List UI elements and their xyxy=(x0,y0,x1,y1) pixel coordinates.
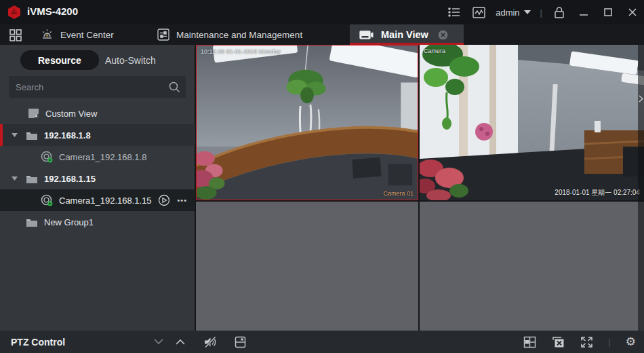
task-list-icon[interactable] xyxy=(447,5,462,20)
osd-timestamp: 2018-01-01 星期一 02:27:04 xyxy=(555,188,640,198)
tab-label: Maintenance and Management xyxy=(176,30,302,40)
folder-icon xyxy=(26,129,38,141)
maximize-button[interactable] xyxy=(601,5,616,20)
tree-item-camera1-192-168-1-15[interactable]: Camera1_192.168.1.15 ••• xyxy=(0,189,195,211)
resource-sidebar: Resource Auto-Switch Custom View xyxy=(0,45,195,331)
search-input[interactable] xyxy=(9,82,168,92)
close-button[interactable] xyxy=(625,5,640,20)
dome-camera-icon xyxy=(41,151,53,163)
main-view-icon xyxy=(359,29,374,41)
fullscreen-icon[interactable] xyxy=(580,335,593,349)
osd-camera-name: Camera xyxy=(424,48,445,54)
camera-feed-1 xyxy=(197,45,418,200)
ptz-control-bar: PTZ Control xyxy=(0,331,195,353)
chevron-right-icon xyxy=(639,95,643,103)
monitor-preview-icon[interactable] xyxy=(471,5,486,20)
app-title: iVMS-4200 xyxy=(27,5,78,17)
camera-feed-2 xyxy=(420,45,644,200)
play-live-view-icon[interactable] xyxy=(158,194,170,206)
tree-item-label: New Group1 xyxy=(44,217,94,227)
tree-item-group-192-168-1-8[interactable]: 192.168.1.8 xyxy=(0,124,195,146)
lock-icon[interactable] xyxy=(552,5,567,20)
tree-item-new-group1[interactable]: New Group1 xyxy=(0,211,195,233)
video-grid: 10:12:46 01-01-2018 Monday Camera 01 xyxy=(195,45,644,331)
nav-tab-bar: Event Center Maintenance and Management xyxy=(0,24,644,45)
selected-indicator xyxy=(0,124,3,146)
custom-view-icon xyxy=(27,107,39,119)
folder-icon xyxy=(26,172,38,185)
more-options-icon[interactable]: ••• xyxy=(177,196,187,204)
liveview-toolbar: | ⚙ xyxy=(195,331,644,353)
video-tile-3-empty[interactable] xyxy=(196,202,418,331)
caret-down-icon[interactable] xyxy=(11,175,18,182)
settings-gear-icon[interactable]: ⚙ xyxy=(626,335,636,349)
tab-maintenance[interactable]: Maintenance and Management xyxy=(148,24,312,45)
window-division-icon[interactable] xyxy=(523,335,536,349)
close-all-windows-icon[interactable] xyxy=(551,335,565,349)
record-save-icon[interactable] xyxy=(233,335,247,349)
video-tile-1[interactable]: 10:12:46 01-01-2018 Monday Camera 01 xyxy=(196,45,418,200)
resource-tab-label: Resource xyxy=(38,55,81,66)
tab-main-view[interactable]: Main View xyxy=(350,24,464,45)
tab-label: Main View xyxy=(381,29,428,40)
alarm-beacon-icon xyxy=(41,29,54,41)
tree-item-custom-view[interactable]: Custom View xyxy=(0,103,195,124)
chevron-down-icon xyxy=(524,10,531,14)
app-logo-icon xyxy=(7,5,22,20)
tab-close-icon[interactable] xyxy=(438,30,448,40)
osd-timestamp: 10:12:46 01-01-2018 Monday xyxy=(201,48,281,55)
mute-audio-icon[interactable] xyxy=(203,335,217,349)
ptz-control-label: PTZ Control xyxy=(11,337,65,348)
tree-item-label: Custom View xyxy=(45,109,97,119)
search-box xyxy=(9,76,186,98)
tab-event-center[interactable]: Event Center xyxy=(31,24,123,45)
tree-item-label: 192.168.1.15 xyxy=(44,174,96,184)
folder-icon xyxy=(26,216,38,228)
titlebar-divider: | xyxy=(540,7,542,18)
sliders-icon xyxy=(157,29,169,41)
ivms-window: iVMS-4200 admin | xyxy=(0,0,644,353)
tab-label: Event Center xyxy=(60,30,114,40)
auto-switch-tab-label: Auto-Switch xyxy=(105,55,156,66)
chevron-down-icon[interactable] xyxy=(153,337,164,348)
sidebar-tab-auto-switch[interactable]: Auto-Switch xyxy=(105,55,156,66)
panel-collapse-handle[interactable] xyxy=(638,45,644,331)
sidebar-tab-resource[interactable]: Resource xyxy=(20,50,99,70)
video-tile-4-empty[interactable] xyxy=(420,202,644,331)
title-bar: iVMS-4200 admin | xyxy=(0,0,644,24)
video-tile-2[interactable]: Camera 2018-01-01 星期一 02:27:04 xyxy=(420,45,644,200)
caret-down-icon[interactable] xyxy=(11,132,18,138)
tree-item-label: 192.168.1.8 xyxy=(44,130,91,141)
toolbar-divider: | xyxy=(608,337,610,347)
user-menu[interactable]: admin xyxy=(496,7,530,18)
dome-camera-icon xyxy=(41,194,53,206)
user-name: admin xyxy=(496,7,519,18)
tree-item-label: Camera1_192.168.1.15 xyxy=(59,196,152,206)
tree-item-camera1-192-168-1-8[interactable]: Camera1_192.168.1.8 xyxy=(0,146,195,168)
search-icon[interactable] xyxy=(168,81,180,93)
osd-camera-name: Camera 01 xyxy=(383,190,414,197)
chevron-up-icon[interactable] xyxy=(175,337,186,348)
minimize-button[interactable] xyxy=(576,5,591,20)
home-grid-icon[interactable] xyxy=(9,29,22,41)
tree-item-group-192-168-1-15[interactable]: 192.168.1.15 xyxy=(0,168,195,189)
tree-item-label: Camera1_192.168.1.8 xyxy=(59,152,146,162)
